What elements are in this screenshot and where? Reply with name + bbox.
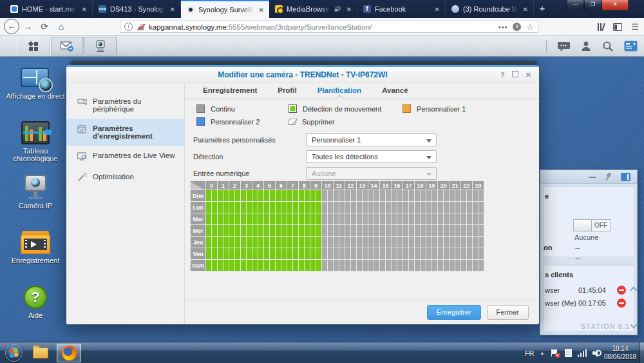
schedule-cell[interactable]: [473, 260, 478, 271]
schedule-cell[interactable]: [351, 225, 356, 236]
schedule-cell[interactable]: [223, 213, 229, 224]
schedule-cell[interactable]: [212, 213, 217, 224]
schedule-day-header[interactable]: Sam: [191, 260, 205, 271]
schedule-cell[interactable]: [270, 225, 275, 236]
schedule-hour-header[interactable]: 18: [415, 181, 426, 190]
schedule-cell[interactable]: [438, 202, 443, 213]
schedule-cell[interactable]: [357, 213, 362, 224]
schedule-cell[interactable]: [426, 225, 431, 236]
schedule-hour-header[interactable]: 10: [322, 181, 333, 190]
schedule-cell[interactable]: [322, 190, 327, 201]
schedule-cell[interactable]: [392, 225, 397, 236]
schedule-cell[interactable]: [334, 260, 339, 271]
schedule-cell[interactable]: [212, 190, 217, 201]
schedule-cell[interactable]: [241, 213, 246, 224]
schedule-day-header[interactable]: Lun: [191, 202, 205, 213]
schedule-cell[interactable]: [368, 260, 374, 271]
schedule-cell[interactable]: [299, 202, 304, 213]
schedule-cell[interactable]: [478, 237, 484, 248]
schedule-cell[interactable]: [287, 248, 292, 259]
schedule-cell[interactable]: [223, 202, 229, 213]
panel-dock-icon[interactable]: [621, 173, 630, 181]
off-toggle[interactable]: OFF: [573, 219, 611, 231]
schedule-cell[interactable]: [334, 225, 339, 236]
schedule-day-header[interactable]: Ven: [191, 248, 205, 259]
schedule-cell[interactable]: [276, 225, 281, 236]
schedule-cell[interactable]: [421, 202, 426, 213]
tab-ds413[interactable]: DSM DS413 - Synology DiskSta ✕: [93, 0, 181, 18]
schedule-cell[interactable]: [374, 190, 379, 201]
schedule-cell[interactable]: [258, 202, 263, 213]
schedule-cell[interactable]: [293, 225, 298, 236]
schedule-cell[interactable]: [293, 202, 298, 213]
schedule-cell[interactable]: [247, 213, 252, 224]
schedule-cell[interactable]: [223, 260, 229, 271]
schedule-cell[interactable]: [438, 190, 443, 201]
taskbar-firefox-button[interactable]: [57, 344, 81, 362]
schedule-cell[interactable]: [212, 260, 217, 271]
dialog-close-icon[interactable]: ✕: [526, 70, 531, 79]
url-bar[interactable]: i kapgannat.synology.me :5555/webman/3rd…: [120, 21, 538, 33]
schedule-cell[interactable]: [455, 190, 460, 201]
schedule-cell[interactable]: [310, 225, 316, 236]
schedule-cell[interactable]: [310, 213, 316, 224]
schedule-cell[interactable]: [322, 225, 327, 236]
schedule-cell[interactable]: [316, 237, 321, 248]
schedule-cell[interactable]: [467, 248, 472, 259]
schedule-cell[interactable]: [380, 202, 385, 213]
schedule-cell[interactable]: [351, 248, 356, 259]
schedule-cell[interactable]: [363, 248, 368, 259]
schedule-cell[interactable]: [247, 202, 252, 213]
schedule-hour-header[interactable]: 23: [473, 181, 484, 190]
schedule-cell[interactable]: [229, 260, 234, 271]
schedule-cell[interactable]: [386, 248, 391, 259]
tab-enregistrement[interactable]: Enregistrement: [193, 83, 267, 99]
schedule-cell[interactable]: [380, 237, 385, 248]
schedule-cell[interactable]: [276, 248, 281, 259]
schedule-cell[interactable]: [252, 190, 258, 201]
schedule-cell[interactable]: [444, 202, 449, 213]
schedule-select-all[interactable]: [191, 181, 205, 190]
schedule-cell[interactable]: [322, 237, 327, 248]
schedule-cell[interactable]: [409, 213, 414, 224]
schedule-cell[interactable]: [473, 202, 478, 213]
schedule-cell[interactable]: [397, 237, 402, 248]
schedule-cell[interactable]: [334, 190, 339, 201]
schedule-cell[interactable]: [432, 237, 437, 248]
schedule-hour-header[interactable]: 6: [276, 181, 287, 190]
show-desktop-button[interactable]: [639, 342, 644, 363]
schedule-cell[interactable]: [276, 260, 281, 271]
schedule-cell[interactable]: [432, 213, 437, 224]
schedule-cell[interactable]: [235, 202, 240, 213]
schedule-cell[interactable]: [339, 213, 345, 224]
schedule-cell[interactable]: [426, 190, 431, 201]
schedule-cell[interactable]: [316, 202, 321, 213]
network-signal-icon[interactable]: [578, 349, 587, 357]
schedule-cell[interactable]: [392, 248, 397, 259]
schedule-cell[interactable]: [264, 260, 269, 271]
schedule-cell[interactable]: [218, 225, 223, 236]
schedule-hour-header[interactable]: 0: [206, 181, 217, 190]
schedule-cell[interactable]: [258, 225, 263, 236]
tab-close-icon[interactable]: ✕: [433, 6, 441, 13]
schedule-cell[interactable]: [432, 190, 437, 201]
schedule-cell[interactable]: [426, 248, 431, 259]
schedule-cell[interactable]: [421, 237, 426, 248]
schedule-hour-header[interactable]: 20: [438, 181, 449, 190]
tab-close-icon[interactable]: ✕: [258, 6, 265, 14]
schedule-cell[interactable]: [276, 202, 281, 213]
schedule-cell[interactable]: [235, 237, 240, 248]
schedule-cell[interactable]: [206, 237, 211, 248]
main-menu-button[interactable]: [17, 37, 50, 55]
schedule-cell[interactable]: [310, 260, 316, 271]
schedule-cell[interactable]: [386, 225, 391, 236]
schedule-cell[interactable]: [450, 248, 455, 259]
page-info-icon[interactable]: i: [124, 23, 133, 31]
schedule-cell[interactable]: [270, 248, 275, 259]
schedule-cell[interactable]: [218, 190, 223, 201]
schedule-cell[interactable]: [252, 237, 258, 248]
schedule-cell[interactable]: [247, 225, 252, 236]
schedule-cell[interactable]: [421, 213, 426, 224]
language-indicator[interactable]: FR: [525, 349, 535, 357]
schedule-cell[interactable]: [368, 190, 374, 201]
